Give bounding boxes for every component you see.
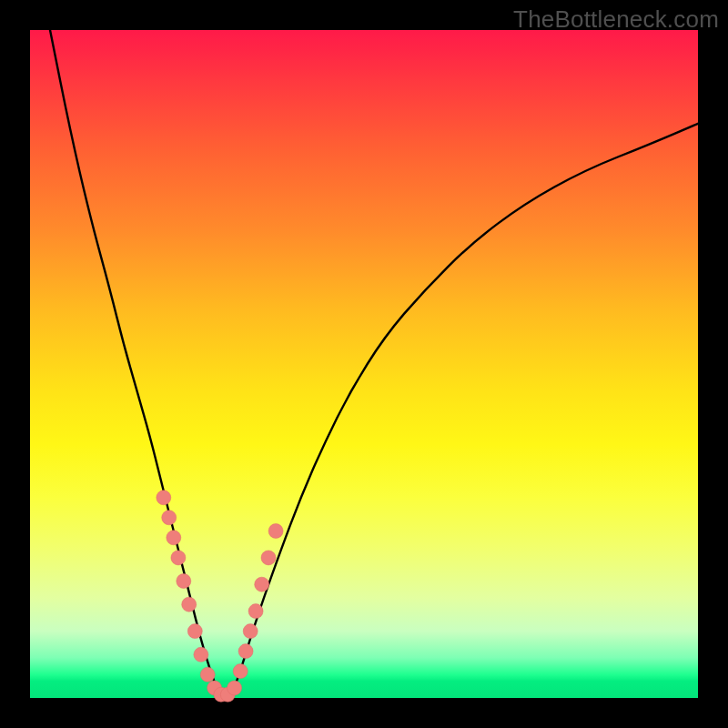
curve-left	[50, 30, 220, 698]
marker-dot	[248, 604, 263, 619]
watermark-label: TheBottleneck.com	[513, 5, 719, 34]
marker-dot	[194, 647, 208, 662]
marker-dot	[233, 664, 248, 679]
marker-dot	[200, 667, 215, 682]
marker-dot	[243, 624, 258, 639]
curve-right	[230, 124, 698, 698]
outer-frame: TheBottleneck.com	[0, 0, 728, 728]
marker-dot	[238, 644, 253, 659]
chart-svg	[30, 30, 698, 698]
marker-dot	[261, 551, 276, 565]
marker-dot	[162, 511, 177, 525]
marker-dot	[177, 574, 191, 589]
curve-right-path	[230, 124, 698, 698]
marker-dot	[171, 551, 186, 565]
marker-dot	[167, 531, 181, 545]
marker-dot	[187, 624, 202, 639]
marker-dot	[182, 597, 197, 612]
marker-dot	[157, 490, 171, 505]
marker-dot	[228, 681, 242, 695]
marker-dot	[268, 524, 283, 539]
curve-left-path	[50, 30, 220, 698]
plot-area	[30, 30, 698, 698]
marker-dot	[255, 577, 269, 592]
